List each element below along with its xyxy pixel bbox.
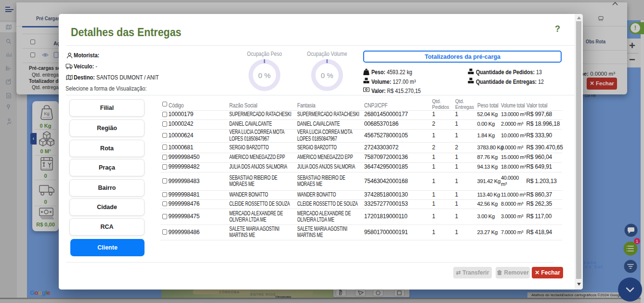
svg-text:Kg: Kg (44, 111, 49, 116)
svg-text:0 %: 0 % (321, 71, 333, 79)
svg-text:0 %: 0 % (258, 71, 271, 79)
svg-text:1: 1 (636, 239, 638, 244)
